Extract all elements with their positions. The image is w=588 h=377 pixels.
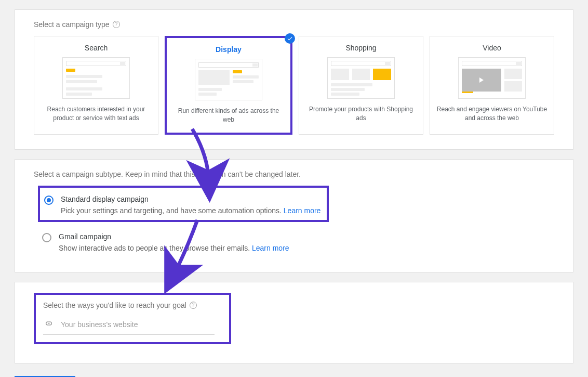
- subtype-desc: Show interactive ads to people as they b…: [59, 244, 289, 252]
- goal-panel: Select the ways you'd like to reach your…: [15, 282, 573, 363]
- subtype-gmail[interactable]: Gmail campaign Show interactive ads to p…: [38, 225, 554, 257]
- campaign-type-search[interactable]: Search Reach customers interested in you…: [34, 36, 158, 135]
- card-title: Shopping: [304, 44, 418, 52]
- card-title: Video: [435, 44, 549, 52]
- link-icon: [44, 319, 54, 330]
- help-icon[interactable]: ?: [113, 21, 120, 28]
- website-input[interactable]: [60, 320, 213, 329]
- help-icon[interactable]: ?: [190, 302, 197, 309]
- card-desc: Promote your products with Shopping ads: [304, 105, 418, 123]
- campaign-subtype-panel: Select a campaign subtype. Keep in mind …: [15, 159, 573, 272]
- display-thumbnail: [195, 59, 262, 100]
- subtype-title: Standard display campaign: [61, 195, 320, 203]
- website-field[interactable]: [43, 315, 215, 335]
- subtype-standard-display[interactable]: Standard display campaign Pick your sett…: [38, 186, 329, 222]
- goal-label: Select the ways you'd like to reach your…: [43, 301, 222, 309]
- card-title: Search: [39, 44, 153, 52]
- video-thumbnail: [458, 57, 526, 99]
- card-desc: Run different kinds of ads across the we…: [172, 107, 285, 124]
- campaign-type-label-text: Select a campaign type: [34, 20, 110, 29]
- radio-icon: [42, 233, 51, 242]
- campaign-type-label: Select a campaign type ?: [34, 20, 554, 29]
- campaign-type-grid: Search Reach customers interested in you…: [34, 36, 554, 135]
- selected-check-icon: [285, 33, 295, 44]
- subtype-desc: Pick your settings and targeting, and ha…: [61, 206, 320, 215]
- campaign-type-video[interactable]: Video Reach and engage viewer: [430, 36, 554, 135]
- campaign-subtype-label: Select a campaign subtype. Keep in mind …: [34, 170, 554, 178]
- search-thumbnail: [62, 57, 130, 99]
- campaign-type-display[interactable]: Display Run different kinds of ads: [165, 36, 292, 135]
- subtype-title: Gmail campaign: [59, 232, 289, 241]
- learn-more-link[interactable]: Learn more: [252, 244, 289, 252]
- card-desc: Reach customers interested in your produ…: [39, 105, 153, 123]
- campaign-type-panel: Select a campaign type ? Search Reach cu…: [15, 9, 573, 150]
- campaign-subtype-label-text: Select a campaign subtype. Keep in mind …: [34, 170, 301, 178]
- shopping-thumbnail: [327, 57, 395, 99]
- radio-icon: [44, 196, 54, 205]
- goal-label-text: Select the ways you'd like to reach your…: [43, 301, 186, 309]
- campaign-type-shopping[interactable]: Shopping Promote your products with Shop…: [299, 36, 423, 135]
- card-desc: Reach and engage viewers on YouTube and …: [435, 105, 549, 123]
- card-title: Display: [172, 45, 285, 54]
- learn-more-link[interactable]: Learn more: [284, 206, 321, 215]
